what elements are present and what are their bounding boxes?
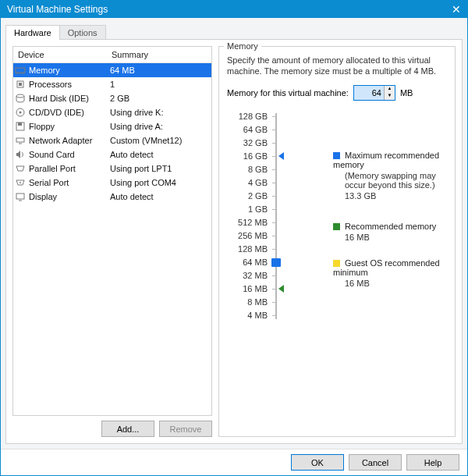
scale-label: 128 MB bbox=[227, 243, 268, 256]
legend-max: Maximum recommended memory(Memory swappi… bbox=[333, 151, 444, 201]
device-row-sound-card[interactable]: Sound CardAuto detect bbox=[13, 147, 211, 162]
scale-label: 8 MB bbox=[227, 296, 268, 309]
legend-rec: Recommended memory16 MB bbox=[333, 222, 444, 242]
scale-label: 64 GB bbox=[227, 123, 268, 137]
help-button[interactable]: Help bbox=[406, 454, 459, 471]
display-icon bbox=[13, 191, 27, 202]
device-list-header: Device Summary bbox=[13, 47, 211, 63]
device-summary: Using port LPT1 bbox=[105, 164, 211, 173]
scale-label: 32 GB bbox=[227, 137, 268, 150]
device-row-serial-port[interactable]: Serial PortUsing port COM4 bbox=[13, 176, 211, 190]
legend-guest: Guest OS recommended minimum16 MB bbox=[333, 258, 444, 288]
tab-hardware[interactable]: Hardware bbox=[5, 25, 60, 40]
scale-label: 16 MB bbox=[227, 282, 268, 296]
device-name: Hard Disk (IDE) bbox=[27, 94, 105, 103]
tab-strip: Hardware Options bbox=[5, 23, 463, 40]
cpu-icon bbox=[13, 79, 27, 90]
floppy-icon bbox=[13, 121, 27, 132]
svg-rect-10 bbox=[16, 194, 24, 199]
device-row-floppy[interactable]: FloppyUsing drive A: bbox=[13, 119, 211, 133]
green-square-icon bbox=[333, 223, 340, 230]
cd-icon bbox=[13, 107, 27, 118]
svg-rect-0 bbox=[16, 68, 25, 73]
svg-rect-7 bbox=[18, 123, 22, 126]
scale-label: 32 MB bbox=[227, 269, 268, 282]
scale-label: 8 GB bbox=[227, 163, 268, 176]
device-summary: Auto detect bbox=[105, 150, 211, 159]
sound-icon bbox=[13, 149, 27, 160]
legend-value: 13.3 GB bbox=[333, 191, 444, 201]
device-summary: Auto detect bbox=[105, 192, 211, 201]
memory-field-label: Memory for this virtual machine: bbox=[227, 88, 349, 98]
legend-title: Guest OS recommended minimum bbox=[333, 258, 440, 277]
legend-title: Maximum recommended memory bbox=[333, 151, 439, 169]
device-name: Network Adapter bbox=[27, 136, 105, 145]
memory-slider[interactable] bbox=[268, 110, 286, 322]
memory-icon bbox=[13, 65, 27, 76]
memory-group: Memory Specify the amount of memory allo… bbox=[218, 46, 456, 437]
legend-value: 16 MB bbox=[333, 233, 444, 242]
device-summary: Using drive K: bbox=[105, 108, 211, 117]
device-summary: Using port COM4 bbox=[105, 178, 211, 187]
device-list[interactable]: Device Summary Memory64 MBProcessors1Har… bbox=[12, 46, 212, 416]
memory-desc: Specify the amount of memory allocated t… bbox=[227, 55, 447, 77]
spin-down-icon[interactable]: ▼ bbox=[384, 93, 395, 100]
scale-label: 128 GB bbox=[227, 110, 268, 123]
svg-rect-2 bbox=[19, 83, 22, 86]
col-device[interactable]: Device bbox=[13, 47, 107, 62]
serial-icon bbox=[13, 177, 27, 188]
slider-thumb[interactable] bbox=[271, 258, 281, 267]
device-row-cd-dvd-ide-[interactable]: CD/DVD (IDE)Using drive K: bbox=[13, 105, 211, 119]
device-row-memory[interactable]: Memory64 MB bbox=[13, 63, 211, 77]
device-summary: 64 MB bbox=[105, 66, 211, 75]
device-row-network-adapter[interactable]: Network AdapterCustom (VMnet12) bbox=[13, 133, 211, 147]
device-name: CD/DVD (IDE) bbox=[27, 108, 105, 117]
cancel-button[interactable]: Cancel bbox=[349, 454, 402, 471]
scale-label: 16 GB bbox=[227, 150, 268, 163]
svg-rect-8 bbox=[16, 138, 24, 142]
memory-group-legend: Memory bbox=[224, 41, 261, 51]
scale-label: 1 GB bbox=[227, 203, 268, 216]
device-row-parallel-port[interactable]: Parallel PortUsing port LPT1 bbox=[13, 162, 211, 176]
scale-label: 4 MB bbox=[227, 309, 268, 322]
blue-square-icon bbox=[333, 152, 340, 159]
device-name: Floppy bbox=[27, 122, 105, 131]
svg-point-5 bbox=[20, 112, 22, 114]
device-row-processors[interactable]: Processors1 bbox=[13, 77, 211, 91]
memory-input[interactable] bbox=[354, 86, 384, 100]
rec-marker-icon bbox=[278, 285, 284, 293]
device-name: Parallel Port bbox=[27, 164, 105, 173]
scale-label: 4 GB bbox=[227, 176, 268, 190]
device-name: Serial Port bbox=[27, 178, 105, 187]
ok-button[interactable]: OK bbox=[291, 454, 344, 471]
scale-label: 64 MB bbox=[227, 256, 268, 269]
device-name: Memory bbox=[27, 66, 105, 75]
legend-note: (Memory swapping may occur beyond this s… bbox=[333, 171, 444, 190]
tab-options[interactable]: Options bbox=[59, 25, 106, 40]
add-button[interactable]: Add... bbox=[101, 421, 154, 437]
spin-up-icon[interactable]: ▲ bbox=[384, 86, 395, 93]
device-name: Display bbox=[27, 192, 105, 201]
scale-label: 256 MB bbox=[227, 229, 268, 243]
device-name: Sound Card bbox=[27, 150, 105, 159]
device-row-display[interactable]: DisplayAuto detect bbox=[13, 190, 211, 204]
svg-point-3 bbox=[16, 94, 24, 98]
close-icon[interactable]: ✕ bbox=[452, 3, 461, 16]
device-name: Processors bbox=[27, 80, 105, 89]
parallel-icon bbox=[13, 163, 27, 174]
scale-label: 2 GB bbox=[227, 190, 268, 203]
memory-spinner[interactable]: ▲ ▼ bbox=[353, 85, 395, 101]
network-icon bbox=[13, 135, 27, 146]
legend-value: 16 MB bbox=[333, 279, 444, 288]
hdd-icon bbox=[13, 93, 27, 104]
remove-button: Remove bbox=[159, 421, 212, 437]
max-marker-icon bbox=[278, 152, 284, 160]
legend-title: Recommended memory bbox=[345, 222, 436, 231]
scale-label: 512 MB bbox=[227, 216, 268, 229]
col-summary[interactable]: Summary bbox=[107, 47, 211, 62]
memory-unit: MB bbox=[400, 88, 413, 98]
device-summary: 1 bbox=[105, 80, 211, 89]
window-title: Virtual Machine Settings bbox=[7, 4, 108, 15]
yellow-square-icon bbox=[333, 260, 340, 267]
device-row-hard-disk-ide-[interactable]: Hard Disk (IDE)2 GB bbox=[13, 91, 211, 105]
